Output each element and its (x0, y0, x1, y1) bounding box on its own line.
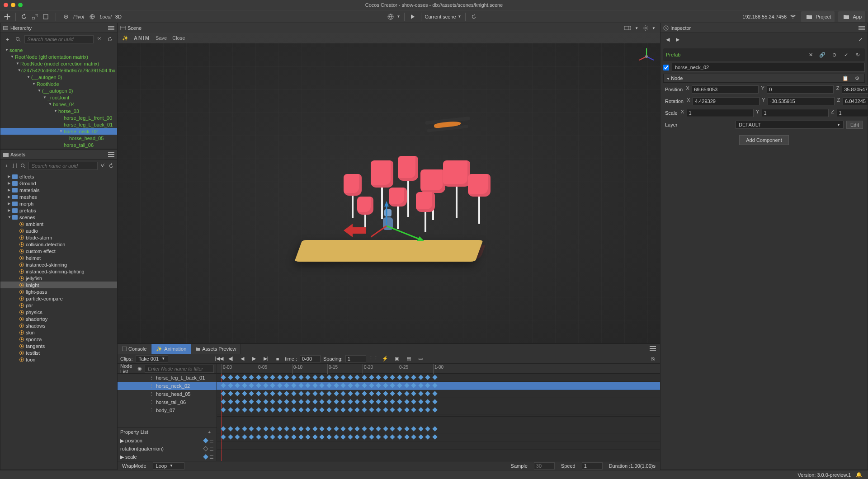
view2-icon[interactable]: ▭ (416, 354, 425, 363)
hierarchy-node[interactable]: ▼_rootJoint (0, 94, 117, 101)
asset-item[interactable]: shadertoy (0, 315, 117, 322)
scale-z-input[interactable] (837, 109, 868, 117)
hierarchy-node[interactable]: ▼RootNode (0, 80, 117, 87)
timeline-property[interactable]: ▶ position☰ (118, 437, 217, 445)
hierarchy-node[interactable]: ▼(__autogen 0) (0, 87, 117, 94)
asset-item[interactable]: light-pass (0, 288, 117, 295)
keyframe-track[interactable] (217, 398, 660, 406)
hierarchy-node[interactable]: horse_leg_L_back_01 (0, 121, 117, 128)
timeline-node[interactable]: ⋮horse_head_05 (118, 390, 217, 398)
refresh-icon[interactable] (469, 12, 478, 21)
rotation-y-input[interactable] (768, 97, 835, 105)
asset-item[interactable]: physics (0, 309, 117, 315)
play-timeline-icon[interactable]: ▶ (250, 354, 259, 363)
asset-item[interactable]: tangents (0, 343, 117, 349)
node-filter-input[interactable] (145, 365, 214, 373)
add-asset-icon[interactable]: + (3, 161, 10, 170)
rotation-x-input[interactable] (693, 97, 760, 105)
panel-menu-icon[interactable] (108, 26, 114, 30)
speed-input[interactable] (582, 462, 603, 470)
visibility-icon[interactable]: ◉ (137, 364, 143, 373)
next-frame-icon[interactable]: ▶| (261, 354, 270, 363)
hierarchy-node[interactable]: ▼(__autogen 0) (0, 74, 117, 80)
asset-item[interactable]: ▶materials (0, 187, 117, 193)
hierarchy-search-input[interactable] (24, 35, 94, 43)
history-forward-icon[interactable]: ▶ (673, 35, 682, 44)
rotation-z-input[interactable] (843, 97, 868, 105)
unlink-prefab-icon[interactable]: ✕ (806, 50, 815, 59)
time-input[interactable] (300, 355, 321, 362)
timeline-ruler[interactable]: 0-000-050-100-150-200-251-00 (217, 364, 660, 374)
add-component-button[interactable]: Add Component (739, 135, 789, 145)
timeline-node[interactable]: ⋮horse_neck_02 (118, 382, 217, 390)
timeline-node[interactable]: ⋮horse_leg_L_back_01 (118, 374, 217, 382)
stop-icon[interactable]: ■ (273, 354, 282, 363)
dropdown-caret-icon[interactable]: ▼ (397, 14, 401, 19)
hierarchy-node[interactable]: ▼horse_03 (0, 108, 117, 114)
timeline-node[interactable]: ⋮horse_tail_06 (118, 398, 217, 406)
rect-tool-icon[interactable] (41, 12, 50, 21)
prev-frame-icon[interactable]: ◀| (226, 354, 235, 363)
timeline-property[interactable]: ▶ scale☰ (118, 453, 217, 461)
asset-item[interactable]: blade-storm (0, 234, 117, 241)
hierarchy-node[interactable]: horse_head_05 (0, 135, 117, 141)
refresh-icon[interactable] (108, 161, 114, 170)
hierarchy-node[interactable]: ▼horse_neck_02 (0, 128, 117, 135)
asset-item[interactable]: ambient (0, 221, 117, 227)
anim-save[interactable]: Save (156, 35, 167, 41)
tab-assets-preview[interactable]: Assets Preview (191, 344, 241, 354)
position-y-input[interactable] (767, 85, 834, 94)
hierarchy-node[interactable]: ▼RootNode (gltf orientation matrix) (0, 53, 117, 60)
orientation-gizmo[interactable] (637, 47, 656, 66)
app-button[interactable]: App (838, 11, 865, 22)
asset-item[interactable]: particle-compare (0, 295, 117, 302)
asset-item[interactable]: shadows (0, 322, 117, 329)
position-z-input[interactable] (842, 85, 868, 94)
zoom-icon[interactable]: ⚡ (381, 354, 390, 363)
layer-edit-button[interactable]: Edit (846, 121, 863, 129)
expand-icon[interactable]: ⤢ (856, 35, 865, 44)
project-button[interactable]: Project (801, 11, 835, 22)
hierarchy-node[interactable]: body_07 (0, 148, 117, 149)
hierarchy-node[interactable]: ▼bones_04 (0, 101, 117, 108)
refresh-icon[interactable] (106, 35, 114, 44)
exit-icon[interactable]: ⎘ (648, 354, 657, 363)
collapse-icon[interactable] (95, 35, 104, 44)
minimize-window[interactable] (11, 3, 15, 7)
property-track[interactable] (217, 441, 660, 450)
history-back-icon[interactable]: ◀ (663, 35, 672, 44)
scene-dropdown-icon[interactable]: ▼ (458, 14, 462, 19)
grid-icon[interactable]: ⋮⋮ (369, 354, 378, 363)
scale-tool-icon[interactable] (30, 12, 39, 21)
asset-item[interactable]: toon (0, 356, 117, 363)
component-gear-icon[interactable]: ⚙ (853, 74, 862, 83)
camera-icon[interactable] (623, 23, 632, 33)
node-active-checkbox[interactable] (663, 65, 669, 70)
asset-item[interactable]: instanced-skinning (0, 261, 117, 268)
panel-menu-icon[interactable] (648, 344, 657, 353)
node-section-header[interactable]: ▼ Node 📋 ⚙ (663, 74, 865, 83)
asset-item[interactable]: ▼scenes (0, 214, 117, 221)
asset-item[interactable]: ▶morph (0, 200, 117, 207)
asset-item[interactable]: knight (0, 282, 117, 288)
add-property-icon[interactable]: + (205, 427, 214, 437)
reset-prefab-icon[interactable]: ⊖ (830, 50, 839, 59)
asset-item[interactable]: testlist (0, 349, 117, 356)
asset-item[interactable]: helmet (0, 254, 117, 261)
property-track[interactable] (217, 425, 660, 433)
status-notify-icon[interactable]: 🔔 (854, 470, 863, 479)
hierarchy-node[interactable]: ▼c2475420cd6847fe9bd9c7a79c391504.fbx (0, 67, 117, 74)
copy-component-icon[interactable]: 📋 (841, 74, 850, 83)
pivot-icon[interactable] (61, 12, 71, 21)
position-x-input[interactable] (692, 85, 759, 94)
search-icon[interactable] (20, 161, 27, 170)
timeline-property[interactable]: rotation(quaternion)☰ (118, 445, 217, 453)
tab-animation[interactable]: ✨Animation (151, 344, 191, 354)
asset-item[interactable]: sponza (0, 336, 117, 343)
first-frame-icon[interactable]: |◀◀ (214, 354, 223, 363)
node-name-input[interactable] (672, 63, 865, 72)
view1-icon[interactable]: ▤ (404, 354, 413, 363)
asset-item[interactable]: audio (0, 227, 117, 234)
rotate-tool-icon[interactable] (19, 12, 28, 21)
gear-icon[interactable] (641, 23, 650, 33)
